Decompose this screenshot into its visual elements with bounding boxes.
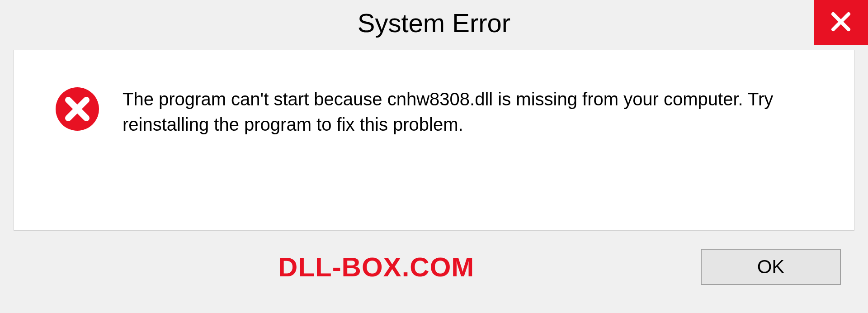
watermark-text: DLL-BOX.COM bbox=[278, 251, 474, 283]
message-panel: The program can't start because cnhw8308… bbox=[14, 50, 854, 231]
close-icon bbox=[830, 10, 852, 35]
titlebar: System Error bbox=[0, 0, 868, 45]
error-icon bbox=[55, 86, 100, 133]
dialog-title: System Error bbox=[358, 8, 510, 38]
ok-button[interactable]: OK bbox=[701, 249, 841, 285]
close-button[interactable] bbox=[814, 0, 868, 45]
dialog-footer: DLL-BOX.COM OK bbox=[14, 231, 854, 303]
ok-button-label: OK bbox=[757, 256, 785, 278]
error-message: The program can't start because cnhw8308… bbox=[123, 86, 827, 137]
